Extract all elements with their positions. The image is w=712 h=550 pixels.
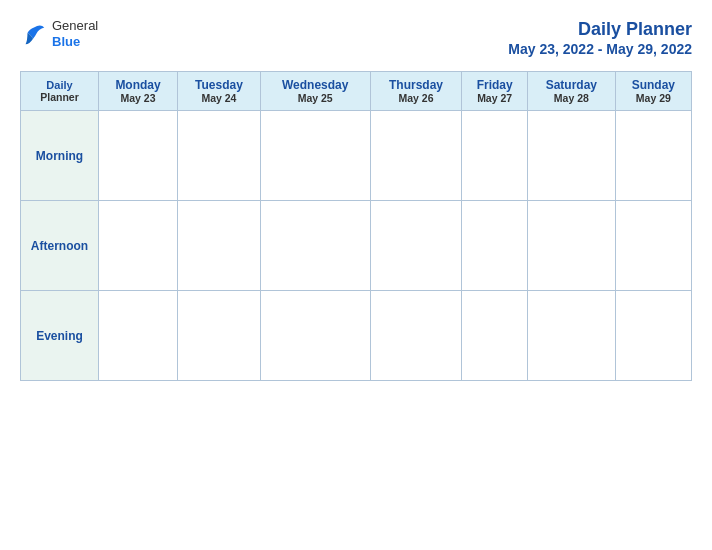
cell-afternoon-monday[interactable] bbox=[99, 201, 178, 291]
cell-evening-monday[interactable] bbox=[99, 291, 178, 381]
logo-area: General Blue bbox=[20, 18, 98, 49]
cell-evening-wednesday[interactable] bbox=[260, 291, 370, 381]
cell-afternoon-tuesday[interactable] bbox=[178, 201, 261, 291]
cell-evening-saturday[interactable] bbox=[527, 291, 615, 381]
row-label-evening: Evening bbox=[21, 291, 99, 381]
row-label-afternoon: Afternoon bbox=[21, 201, 99, 291]
cell-morning-sunday[interactable] bbox=[615, 111, 691, 201]
date-range: May 23, 2022 - May 29, 2022 bbox=[508, 41, 692, 57]
cell-afternoon-wednesday[interactable] bbox=[260, 201, 370, 291]
cell-morning-tuesday[interactable] bbox=[178, 111, 261, 201]
col-header-thursday: ThursdayMay 26 bbox=[370, 72, 462, 111]
col-header-saturday: SaturdayMay 28 bbox=[527, 72, 615, 111]
title-area: Daily Planner May 23, 2022 - May 29, 202… bbox=[508, 18, 692, 57]
col-header-tuesday: TuesdayMay 24 bbox=[178, 72, 261, 111]
cell-afternoon-thursday[interactable] bbox=[370, 201, 462, 291]
table-row-afternoon: Afternoon bbox=[21, 201, 692, 291]
calendar-table: Daily Planner MondayMay 23TuesdayMay 24W… bbox=[20, 71, 692, 381]
cell-morning-wednesday[interactable] bbox=[260, 111, 370, 201]
page-title: Daily Planner bbox=[508, 18, 692, 41]
cell-evening-thursday[interactable] bbox=[370, 291, 462, 381]
row-label-morning: Morning bbox=[21, 111, 99, 201]
cell-evening-friday[interactable] bbox=[462, 291, 528, 381]
cell-morning-thursday[interactable] bbox=[370, 111, 462, 201]
cell-evening-tuesday[interactable] bbox=[178, 291, 261, 381]
col-header-wednesday: WednesdayMay 25 bbox=[260, 72, 370, 111]
cell-morning-monday[interactable] bbox=[99, 111, 178, 201]
cell-evening-sunday[interactable] bbox=[615, 291, 691, 381]
cell-afternoon-friday[interactable] bbox=[462, 201, 528, 291]
logo-text: General Blue bbox=[52, 18, 98, 49]
header-row: Daily Planner MondayMay 23TuesdayMay 24W… bbox=[21, 72, 692, 111]
cell-afternoon-saturday[interactable] bbox=[527, 201, 615, 291]
page: General Blue Daily Planner May 23, 2022 … bbox=[0, 0, 712, 550]
table-row-evening: Evening bbox=[21, 291, 692, 381]
cell-morning-friday[interactable] bbox=[462, 111, 528, 201]
col-header-sunday: SundayMay 29 bbox=[615, 72, 691, 111]
logo-bird-icon bbox=[20, 20, 48, 48]
col-header-monday: MondayMay 23 bbox=[99, 72, 178, 111]
first-col-header: Daily Planner bbox=[21, 72, 99, 111]
cell-afternoon-sunday[interactable] bbox=[615, 201, 691, 291]
col-header-friday: FridayMay 27 bbox=[462, 72, 528, 111]
table-row-morning: Morning bbox=[21, 111, 692, 201]
header: General Blue Daily Planner May 23, 2022 … bbox=[20, 18, 692, 57]
cell-morning-saturday[interactable] bbox=[527, 111, 615, 201]
